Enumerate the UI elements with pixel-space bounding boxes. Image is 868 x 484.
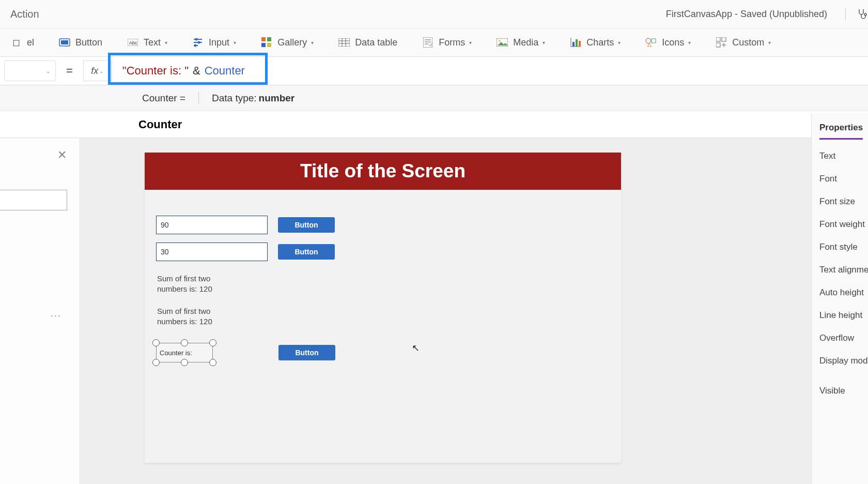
equals-sign: = xyxy=(66,64,73,78)
datatype-value: number xyxy=(259,93,295,104)
more-icon[interactable]: ··· xyxy=(51,310,61,321)
svg-point-10 xyxy=(194,44,197,47)
resize-handle[interactable] xyxy=(181,359,188,366)
formula-bar: ⌄ = fx⌄ "Counter is: " & Counter xyxy=(0,57,868,85)
screen-title-label: Title of the Screen xyxy=(145,153,621,190)
ribbon: ◻el Button AbcText▾ Input▾ Gallery▾ Data… xyxy=(0,28,868,57)
fx-button[interactable]: fx⌄ xyxy=(83,61,112,81)
ribbon-icons[interactable]: Icons▾ xyxy=(645,37,691,48)
prop-font-weight[interactable]: Font weight xyxy=(819,219,868,230)
svg-text:Abc: Abc xyxy=(129,40,137,46)
label-icon: ◻ xyxy=(10,37,22,48)
prop-display-mode[interactable]: Display mod xyxy=(819,356,868,366)
resize-handle[interactable] xyxy=(181,339,188,346)
chevron-down-icon: ⌄ xyxy=(99,68,103,74)
svg-rect-20 xyxy=(423,37,432,48)
prop-auto-height[interactable]: Auto height xyxy=(819,288,868,298)
svg-rect-30 xyxy=(579,41,581,47)
sum-label-1: Sum of first two numbers is: 120 xyxy=(157,274,224,294)
canvas-area: Title of the Screen Button Button Sum of… xyxy=(80,138,868,484)
svg-rect-11 xyxy=(261,37,266,41)
formula-operator: & xyxy=(193,64,200,78)
ribbon-gallery[interactable]: Gallery▾ xyxy=(261,37,314,48)
chevron-down-icon: ▾ xyxy=(311,40,314,46)
properties-tab[interactable]: Properties xyxy=(819,123,863,140)
chevron-down-icon: ▾ xyxy=(469,40,472,46)
button-icon xyxy=(59,37,70,48)
prop-line-height[interactable]: Line height xyxy=(819,310,868,321)
sum-label-2: Sum of first two numbers is: 120 xyxy=(157,306,224,326)
custom-icon xyxy=(716,37,727,48)
formula-variable: Counter xyxy=(205,64,245,78)
ribbon-forms[interactable]: Forms▾ xyxy=(422,37,472,48)
svg-rect-33 xyxy=(722,37,726,41)
chevron-down-icon: ▾ xyxy=(618,40,621,46)
chevron-down-icon: ▾ xyxy=(165,40,167,46)
chevron-down-icon: ▾ xyxy=(768,40,771,46)
tree-search-input[interactable] xyxy=(0,190,67,210)
button-2[interactable]: Button xyxy=(278,244,335,260)
table-icon xyxy=(338,37,350,48)
text-icon: Abc xyxy=(127,37,138,48)
ribbon-input[interactable]: Input▾ xyxy=(192,37,236,48)
resize-handle[interactable] xyxy=(209,359,216,366)
button-3[interactable]: Button xyxy=(278,345,335,360)
svg-rect-15 xyxy=(338,38,350,47)
chevron-down-icon: ⌄ xyxy=(46,68,50,74)
formula-result-bar: Counter = Data type: number xyxy=(0,85,868,111)
prop-text-alignment[interactable]: Text alignme xyxy=(819,265,868,275)
resize-handle[interactable] xyxy=(152,339,160,346)
chevron-down-icon: ▾ xyxy=(234,40,236,46)
prop-font[interactable]: Font xyxy=(819,174,868,184)
prop-font-style[interactable]: Font style xyxy=(819,242,868,252)
forms-icon xyxy=(422,37,433,48)
ribbon-button[interactable]: Button xyxy=(59,37,102,48)
gallery-icon xyxy=(261,37,272,48)
close-icon[interactable]: ✕ xyxy=(57,148,67,162)
tree-view-panel: ✕ ··· xyxy=(0,138,80,484)
app-canvas[interactable]: Title of the Screen Button Button Sum of… xyxy=(145,153,621,463)
svg-rect-12 xyxy=(267,37,271,41)
charts-icon xyxy=(570,37,581,48)
prop-visible[interactable]: Visible xyxy=(819,386,868,396)
properties-panel: Properties Text Font Font size Font weig… xyxy=(811,113,868,484)
input-icon xyxy=(192,37,204,48)
datatype-label: Data type: xyxy=(212,93,257,104)
app-title-status: FirstCanvasApp - Saved (Unpublished) xyxy=(666,9,827,20)
chevron-down-icon: ▾ xyxy=(542,40,545,46)
ribbon-datatable[interactable]: Data table xyxy=(338,37,397,48)
formula-input[interactable]: "Counter is: " & Counter xyxy=(112,57,868,85)
svg-point-9 xyxy=(198,41,200,44)
text-input-2[interactable] xyxy=(156,243,268,261)
menu-action[interactable]: Action xyxy=(10,8,39,20)
svg-rect-14 xyxy=(267,43,271,47)
svg-rect-34 xyxy=(716,43,720,47)
ribbon-text[interactable]: AbcText▾ xyxy=(127,37,167,48)
svg-point-31 xyxy=(646,38,651,43)
app-checker-icon[interactable] xyxy=(845,8,858,20)
icons-icon xyxy=(645,37,657,48)
svg-rect-32 xyxy=(716,37,720,41)
ribbon-custom[interactable]: Custom▾ xyxy=(716,37,771,48)
svg-rect-2 xyxy=(61,40,68,44)
prop-text[interactable]: Text xyxy=(819,151,868,161)
prop-font-size[interactable]: Font size xyxy=(819,196,868,207)
text-input-1[interactable] xyxy=(156,216,268,234)
selected-control[interactable]: Counter is: xyxy=(156,343,213,362)
property-selector[interactable]: ⌄ xyxy=(4,61,56,81)
breadcrumb: Counter xyxy=(0,111,868,138)
svg-point-0 xyxy=(864,13,866,16)
ribbon-label[interactable]: ◻el xyxy=(10,37,34,48)
svg-point-25 xyxy=(499,40,501,42)
variable-eval: Counter = xyxy=(142,93,199,104)
ribbon-media[interactable]: Media▾ xyxy=(497,37,545,48)
button-1[interactable]: Button xyxy=(278,217,335,233)
prop-overflow[interactable]: Overflow xyxy=(819,333,868,343)
resize-handle[interactable] xyxy=(209,339,216,346)
svg-rect-13 xyxy=(261,43,266,47)
ribbon-charts[interactable]: Charts▾ xyxy=(570,37,621,48)
svg-rect-28 xyxy=(572,42,575,47)
title-bar: Action FirstCanvasApp - Saved (Unpublish… xyxy=(0,0,868,28)
resize-handle[interactable] xyxy=(152,359,160,366)
svg-point-8 xyxy=(195,38,198,41)
